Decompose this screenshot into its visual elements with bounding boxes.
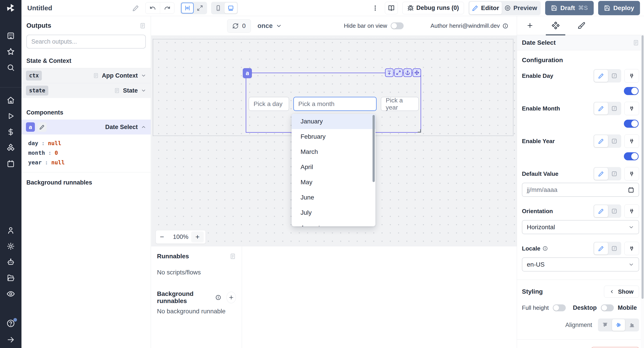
year-select-input[interactable]: Pick a year [381, 97, 419, 111]
orientation-select[interactable]: Horizontal [522, 220, 639, 234]
eval-mode-fx-icon[interactable]: f [608, 70, 620, 82]
mobile-view-button[interactable] [212, 3, 224, 14]
month-option[interactable]: January [292, 114, 376, 129]
search-outputs-input[interactable] [31, 38, 141, 45]
settings-gear-icon[interactable] [0, 238, 22, 254]
right-panel-scrollbar[interactable] [641, 35, 644, 348]
rename-component-pencil-icon[interactable] [38, 122, 46, 132]
enable-year-toggle[interactable] [624, 152, 639, 160]
component-settings-tab[interactable] [543, 16, 568, 35]
insert-component-tab[interactable] [517, 16, 543, 35]
month-option[interactable]: August [292, 220, 376, 226]
dropdown-scrollbar[interactable] [372, 115, 375, 182]
month-option[interactable]: February [292, 129, 376, 144]
windmill-logo[interactable] [0, 0, 22, 16]
month-option[interactable]: April [292, 160, 376, 175]
locale-info-icon[interactable] [542, 246, 548, 251]
component-list-item[interactable]: a Date Select [22, 120, 151, 134]
connect-plug-button[interactable] [624, 167, 639, 180]
day-select-input[interactable]: Pick a day [249, 97, 289, 111]
month-option[interactable]: March [292, 144, 376, 160]
date-picker-calendar-icon[interactable] [628, 187, 634, 193]
ctx-row[interactable]: ctx App Context [22, 68, 151, 83]
redo-button[interactable] [160, 2, 174, 14]
schedules-calendar-icon[interactable] [0, 156, 22, 172]
expand-down-handle[interactable] [385, 68, 394, 77]
static-mode-pencil-icon[interactable] [594, 135, 608, 147]
connect-plug-button[interactable] [624, 204, 639, 218]
eval-mode-fx-icon[interactable]: f [608, 135, 620, 147]
help-icon[interactable] [0, 315, 22, 331]
runs-play-icon[interactable] [0, 108, 22, 124]
home-icon[interactable] [0, 92, 22, 108]
outputs-doc-icon[interactable] [140, 22, 146, 29]
component-doc-icon[interactable] [633, 40, 639, 46]
enable-month-toggle[interactable] [624, 120, 639, 128]
align-center-button[interactable] [612, 319, 625, 331]
fullscreen-layout-button[interactable] [194, 3, 206, 14]
zoom-out-button[interactable]: − [160, 233, 170, 241]
locale-select[interactable]: en-US [522, 258, 639, 272]
add-background-runnable-button[interactable] [226, 292, 236, 303]
favorites-star-icon[interactable] [0, 44, 22, 60]
resize-corner-handle[interactable] [418, 129, 421, 132]
anchor-handle[interactable] [404, 68, 412, 77]
output-year[interactable]: year : null [28, 158, 151, 167]
preview-tab[interactable]: Preview [502, 2, 540, 14]
resources-boxes-icon[interactable] [0, 140, 22, 156]
kebab-menu-icon[interactable] [370, 5, 380, 12]
static-mode-pencil-icon[interactable] [594, 70, 608, 82]
eval-mode-fx-icon[interactable]: f [608, 168, 620, 180]
eval-mode-fx-icon[interactable]: f [608, 205, 620, 217]
undo-button[interactable] [146, 2, 160, 14]
desktop-toggle[interactable] [601, 304, 614, 311]
output-month[interactable]: month : 0 [28, 148, 151, 158]
app-canvas[interactable]: a Pick a day Pick a month Pick a year Ja… [151, 36, 517, 246]
month-select-input[interactable]: Pick a month [294, 97, 376, 111]
eval-mode-fx-icon[interactable]: f [608, 102, 620, 114]
month-option[interactable]: May [292, 175, 376, 190]
hide-bar-toggle[interactable] [391, 22, 404, 29]
user-icon[interactable] [0, 222, 22, 238]
audit-eye-icon[interactable] [0, 286, 22, 302]
state-chevron-down-icon[interactable] [141, 88, 146, 93]
output-day[interactable]: day : null [28, 138, 151, 148]
desktop-view-button[interactable] [224, 3, 237, 14]
refresh-count-group[interactable]: 0 [227, 19, 251, 33]
runnables-doc-icon[interactable] [230, 253, 236, 260]
connect-plug-button[interactable] [624, 134, 639, 148]
debug-runs-button[interactable]: Debug runs (0) [402, 2, 464, 14]
static-mode-pencil-icon[interactable] [594, 102, 608, 114]
move-handle[interactable] [412, 68, 421, 77]
variables-dollar-icon[interactable] [0, 124, 22, 140]
draft-button[interactable]: Draft ⌘S [545, 1, 594, 15]
expand-sidebar-arrow-icon[interactable] [0, 332, 22, 348]
static-mode-pencil-icon[interactable] [594, 205, 608, 217]
component-id-badge[interactable]: a [243, 68, 252, 78]
connect-plug-button[interactable] [624, 102, 639, 115]
align-bottom-button[interactable] [626, 319, 638, 331]
zoom-in-button[interactable]: + [191, 232, 204, 242]
scrollbar-thumb[interactable] [642, 35, 644, 299]
static-mode-pencil-icon[interactable] [594, 168, 608, 180]
deploy-button[interactable]: Deploy [598, 1, 640, 15]
default-value-date-input[interactable]: jj/mm/aaaa [522, 183, 639, 197]
apps-grid-icon[interactable] [0, 28, 22, 44]
editor-tab[interactable]: Editor [469, 2, 502, 14]
styling-tab[interactable] [568, 16, 594, 35]
full-height-toggle[interactable] [553, 304, 566, 311]
author-info-icon[interactable] [502, 23, 508, 29]
connect-plug-button[interactable] [624, 242, 639, 255]
month-option[interactable]: June [292, 190, 376, 205]
folders-icon[interactable] [0, 270, 22, 286]
show-styling-button[interactable]: Show [604, 286, 639, 298]
fullsize-handle[interactable] [394, 68, 403, 77]
component-chevron-up-icon[interactable] [141, 124, 146, 130]
centered-layout-button[interactable] [181, 3, 194, 14]
workers-robot-icon[interactable] [0, 254, 22, 270]
search-icon[interactable] [0, 60, 22, 75]
eval-mode-fx-icon[interactable]: f [608, 242, 620, 254]
static-mode-pencil-icon[interactable] [594, 242, 608, 254]
background-info-icon[interactable] [215, 294, 221, 300]
connect-plug-button[interactable] [624, 69, 639, 82]
